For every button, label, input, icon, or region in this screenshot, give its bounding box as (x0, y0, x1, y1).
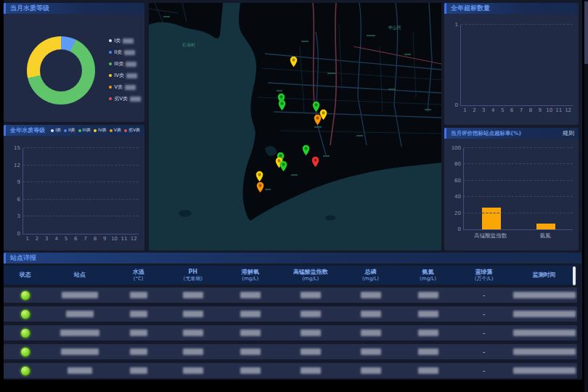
station-pin-orange[interactable] (314, 114, 322, 126)
redacted-do (240, 311, 261, 317)
bar-ammonia[interactable] (536, 224, 555, 229)
year-grade-plot: 03691215 (23, 148, 139, 234)
redacted-temp (130, 367, 147, 374)
map-pins (149, 3, 441, 250)
x-tick-label: 1 (23, 236, 32, 245)
legend-dot (109, 86, 112, 89)
station-pin-green[interactable] (278, 99, 286, 111)
y-tick-label: 100 (452, 145, 461, 151)
city-map[interactable]: 石庙村 中山区 (149, 3, 441, 250)
station-pin-yellow[interactable] (290, 56, 298, 68)
y-tick-label: 9 (17, 179, 20, 185)
year-exceed-xaxis: 123456789101112 (460, 107, 573, 116)
panel-exceed-rate: 当月评价指标站点超标率(%) 规则 020406080100 高锰酸盐指数 氨氮 (444, 128, 579, 250)
legend-value-redacted (123, 38, 134, 44)
legend-dot (94, 129, 97, 132)
legend-item[interactable]: V类 (110, 127, 121, 134)
legend-item[interactable]: II类 (109, 49, 141, 56)
legend-item[interactable]: 劣V类 (109, 95, 141, 102)
table-header: 状态站点水温(°C)PH(无量纲)溶解氧(mg/L)高锰酸盐指数(mg/L)总磷… (4, 266, 577, 285)
page-scrollbar-thumb[interactable] (584, 1, 588, 64)
x-tick-label: 11 (554, 107, 563, 116)
x-tick-label: 2 (32, 236, 41, 245)
year-quality-legend: I类II类III类IV类V类劣V类 (51, 127, 140, 134)
legend-item[interactable]: IV类 (94, 127, 107, 134)
station-pin-green[interactable] (279, 160, 287, 172)
x-tick-label: 4 (52, 236, 61, 245)
column-unit: (万个/L) (475, 276, 494, 282)
station-pin-orange[interactable] (256, 181, 264, 193)
y-tick-label: 3 (17, 213, 20, 219)
legend-label: V类 (114, 127, 121, 134)
table-row[interactable]: - (4, 287, 577, 303)
redacted-nh3n (418, 292, 438, 298)
legend-dot (110, 129, 113, 132)
column-label: 总磷 (365, 269, 377, 276)
gridline (464, 147, 573, 148)
redacted-nh3n (418, 330, 438, 336)
legend-item[interactable]: IV类 (109, 72, 141, 79)
station-rows: - - - - (4, 287, 577, 378)
legend-dot (109, 74, 112, 77)
x-tick-label: 1 (460, 107, 470, 116)
x-tick-label: 3 (479, 107, 489, 116)
y-tick-label: 15 (14, 145, 20, 151)
legend-value-redacted (125, 85, 136, 90)
x-tick-label: 4 (489, 107, 498, 116)
column-label: PH (188, 269, 197, 276)
gridline (464, 213, 573, 213)
legend-item[interactable]: V类 (109, 83, 141, 91)
redacted-tp (361, 292, 381, 298)
panel-year-quality-header: 全年水质等级 I类II类III类IV类V类劣V类 (4, 125, 144, 136)
page-scrollbar[interactable] (584, 0, 588, 392)
legend-item[interactable]: I类 (51, 127, 61, 134)
rules-link[interactable]: 规则 (563, 129, 574, 137)
year-exceed-plot: 01 (460, 25, 573, 106)
legend-item[interactable]: III类 (78, 127, 91, 134)
x-tick-label: 5 (61, 236, 70, 245)
y-tick-label: 40 (454, 194, 461, 200)
panel-year-exceed-title: 全年超标数量 (451, 4, 490, 13)
redacted-ph (183, 311, 203, 317)
legend-label: I类 (55, 127, 61, 134)
gridline (23, 181, 139, 182)
water-grade-donut[interactable] (27, 36, 95, 105)
legend-dot (109, 39, 112, 42)
legend-value-redacted (126, 62, 136, 67)
redacted-codmn (301, 311, 321, 317)
legend-label: III类 (114, 60, 123, 68)
exceed-rate-plot: 020406080100 (463, 148, 573, 230)
redacted-nh3n (418, 348, 438, 355)
panel-year-quality: 全年水质等级 I类II类III类IV类V类劣V类 03691215 123456… (4, 125, 144, 250)
gridline (464, 196, 573, 197)
redacted-time (513, 330, 576, 336)
table-row[interactable]: - (4, 363, 577, 378)
table-row[interactable]: - (4, 325, 577, 340)
station-pin-red[interactable] (311, 156, 319, 168)
table-row[interactable]: - (4, 344, 577, 359)
redacted-do (240, 367, 261, 374)
legend-item[interactable]: III类 (109, 60, 141, 68)
legend-item[interactable]: 劣V类 (124, 127, 140, 134)
table-row[interactable]: - (4, 306, 577, 322)
table-scrollbar-thumb[interactable] (573, 266, 576, 285)
station-pin-green[interactable] (302, 144, 310, 156)
column-header: 溶解氧(mg/L) (221, 269, 279, 282)
x-tick-label: 9 (100, 236, 110, 245)
station-pin-yellow[interactable] (256, 171, 264, 182)
redacted-nh3n (418, 367, 438, 374)
redacted-station (66, 311, 94, 317)
legend-label: I类 (114, 37, 121, 44)
panel-month-quality-title: 当月水质等级 (10, 4, 49, 13)
status-dot (20, 347, 30, 357)
y-tick-label: 0 (455, 102, 458, 108)
legend-label: V类 (114, 83, 123, 91)
column-header: 总磷(mg/L) (342, 269, 399, 282)
legend-item[interactable]: II类 (64, 127, 75, 134)
redacted-temp (130, 348, 147, 355)
bar-permanganate[interactable] (482, 208, 501, 229)
status-dot (20, 309, 30, 319)
column-unit: (mg/L) (362, 276, 379, 282)
legend-dot (51, 129, 54, 132)
legend-item[interactable]: I类 (109, 37, 141, 44)
